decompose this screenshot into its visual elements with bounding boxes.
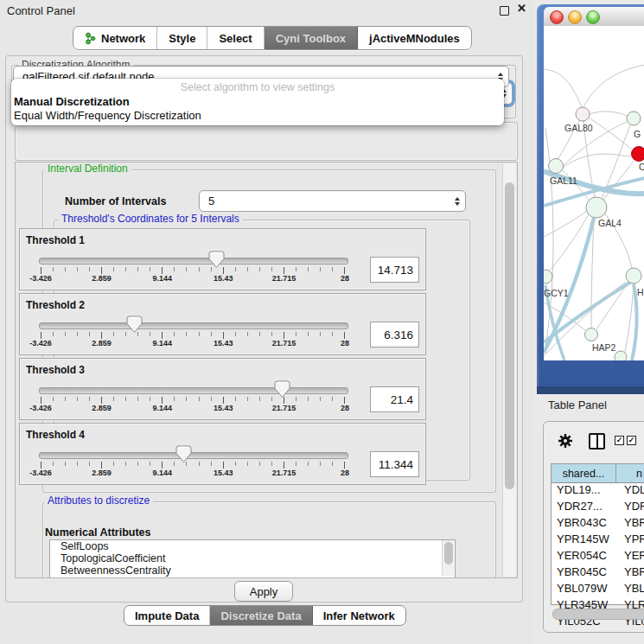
slider-track[interactable] xyxy=(39,387,348,394)
node-label: GAL4 xyxy=(598,218,622,228)
node-g[interactable] xyxy=(627,112,641,125)
threshold-value-field[interactable]: 6.316 xyxy=(370,322,419,348)
table-row[interactable]: YPR145WYPR1 xyxy=(552,532,644,549)
zoom-traffic-light-icon[interactable] xyxy=(586,10,600,24)
slider-thumb-icon[interactable] xyxy=(126,316,143,334)
bottom-tab-bar: Impute DataDiscretize DataInfer Network xyxy=(124,605,406,626)
threshold-value-field[interactable]: 11.344 xyxy=(370,451,419,477)
slider-track[interactable] xyxy=(39,322,348,329)
slider-major-ticks xyxy=(41,462,345,469)
top-tab-bar: NetworkStyleSelectCyni ToolboxjActiveMNo… xyxy=(73,26,472,50)
table-cell: YPR1 xyxy=(616,532,644,549)
attributes-list-scrollbar[interactable] xyxy=(442,540,454,576)
cyni-toolbox-panel: Discretization Algorithm Select algorith… xyxy=(5,55,523,603)
slider-major-ticks xyxy=(41,332,345,339)
table-cell: YER0 xyxy=(616,549,644,565)
table-row[interactable]: YDL19...YDL1 xyxy=(552,483,644,500)
float-icon[interactable] xyxy=(500,6,509,16)
scale-tick-label: 9.144 xyxy=(153,404,173,412)
node-h[interactable] xyxy=(626,268,641,284)
dropdown-option-manual-discretization[interactable]: Manual Discretization xyxy=(11,95,504,109)
network-canvas[interactable]: GAL80 G C GAL11 GAL4 GCY1 H HAP2 xyxy=(544,26,644,360)
node-hap2[interactable] xyxy=(585,328,598,341)
table-cell: YBL0 xyxy=(616,582,644,598)
minimize-traffic-light-icon[interactable] xyxy=(568,10,582,24)
table-row[interactable]: YBR045CYBR0 xyxy=(552,565,644,582)
scale-tick-label: 28 xyxy=(341,404,349,412)
table-row[interactable]: YDR27...YDR2 xyxy=(552,500,644,516)
attributes-group-title: Attributes to discretize xyxy=(44,495,153,507)
slider-thumb-icon[interactable] xyxy=(208,251,225,269)
scale-tick-label: 15.43 xyxy=(214,469,233,477)
number-of-intervals-combobox[interactable]: 5 xyxy=(199,190,466,212)
slider-track[interactable] xyxy=(39,452,348,459)
tab-select[interactable]: Select xyxy=(207,27,264,49)
network-window-titlebar[interactable] xyxy=(544,7,644,27)
table-cell: YDR2 xyxy=(616,500,644,516)
close-traffic-light-icon[interactable] xyxy=(550,10,564,24)
checkbox-checked-icon[interactable]: ✓ xyxy=(627,436,636,445)
slider-scale-labels: -3.4262.8599.14415.4321.71528 xyxy=(41,339,345,349)
node-label: GAL11 xyxy=(550,175,577,186)
tab-cyni-toolbox[interactable]: Cyni Toolbox xyxy=(265,27,358,49)
slider-thumb-icon[interactable] xyxy=(274,380,290,399)
scale-tick-label: 2.859 xyxy=(92,274,112,283)
tab-impute-data[interactable]: Impute Data xyxy=(124,606,210,625)
attribute-list-item[interactable]: TopologicalCoefficient xyxy=(50,552,455,564)
table-row[interactable]: YER054CYER0 xyxy=(552,549,644,565)
tab-discretize-data[interactable]: Discretize Data xyxy=(210,606,312,625)
network-window-bottom-edge xyxy=(537,386,644,394)
tab-infer-network[interactable]: Infer Network xyxy=(313,606,405,625)
node-gal4[interactable] xyxy=(586,197,607,218)
tab-jactivemnodules[interactable]: jActiveMNodules xyxy=(358,27,471,49)
threshold-value-field[interactable]: 21.4 xyxy=(370,386,419,412)
node-partial[interactable] xyxy=(615,351,627,360)
table-horizontal-scrollbar[interactable] xyxy=(552,609,644,620)
node-gal80[interactable] xyxy=(576,107,590,121)
scale-tick-label: -3.426 xyxy=(29,339,52,348)
network-view-window: GAL80 G C GAL11 GAL4 GCY1 H HAP2 xyxy=(537,4,644,394)
table-cell: YBR0 xyxy=(616,516,644,532)
scale-tick-label: 9.144 xyxy=(153,469,173,477)
attribute-list-item[interactable]: BetweennessCentrality xyxy=(50,564,455,577)
numerical-attributes-list: SelfLoopsTopologicalCoefficientBetweenne… xyxy=(49,539,456,578)
thresholds-group-title: Threshold's Coordinates for 5 Intervals xyxy=(58,214,243,225)
column-header-name[interactable]: n xyxy=(616,464,644,482)
tab-label: Style xyxy=(169,32,195,45)
panel-title: Control Panel xyxy=(7,4,75,17)
tab-style[interactable]: Style xyxy=(157,27,207,49)
node-gal11[interactable] xyxy=(549,159,564,174)
table-row[interactable]: YBL079WYBL0 xyxy=(552,582,644,598)
number-of-intervals-value: 5 xyxy=(208,194,214,207)
dropdown-prompt-item[interactable]: Select algorithm to view settings xyxy=(11,80,504,95)
scale-tick-label: 21.715 xyxy=(272,469,296,477)
dropdown-option-equal-width-frequency[interactable]: Equal Width/Frequency Discretization xyxy=(11,109,504,123)
scale-tick-label: -3.426 xyxy=(29,274,52,283)
slider-scale-labels: -3.4262.8599.14415.4321.71528 xyxy=(41,274,345,284)
scale-tick-label: -3.426 xyxy=(29,469,52,477)
table-row[interactable]: YBR043CYBR0 xyxy=(552,516,644,532)
apply-button[interactable]: Apply xyxy=(234,581,293,602)
tab-network[interactable]: Network xyxy=(73,27,157,49)
node-label: HAP2 xyxy=(592,342,616,353)
threshold-value-field[interactable]: 14.713 xyxy=(370,257,419,283)
table-data-group xyxy=(15,122,518,161)
slider-scale-labels: -3.4262.8599.14415.4321.71528 xyxy=(41,404,345,414)
settings-gear-icon[interactable] xyxy=(558,433,573,449)
settings-scrollbar[interactable] xyxy=(502,163,516,577)
numerical-attributes-label: Numerical Attributes xyxy=(45,526,150,539)
close-icon[interactable]: ✕ xyxy=(517,2,526,15)
slider-track[interactable] xyxy=(39,258,348,265)
node-label: H xyxy=(637,287,644,297)
node-selected-red[interactable] xyxy=(632,147,644,162)
split-pane-icon[interactable] xyxy=(589,433,605,450)
tab-label: Select xyxy=(219,32,252,45)
scale-tick-label: 15.43 xyxy=(214,274,233,283)
node-gcy1[interactable] xyxy=(544,270,552,284)
network-graph: GAL80 G C GAL11 GAL4 GCY1 H HAP2 xyxy=(544,26,644,360)
attribute-list-item[interactable]: SelfLoops xyxy=(50,540,455,552)
checkbox-checked-icon[interactable]: ✓ xyxy=(615,436,624,445)
slider-thumb-icon[interactable] xyxy=(175,445,192,463)
column-header-shared-name[interactable]: shared... xyxy=(552,464,616,482)
scale-tick-label: 2.859 xyxy=(92,469,112,477)
